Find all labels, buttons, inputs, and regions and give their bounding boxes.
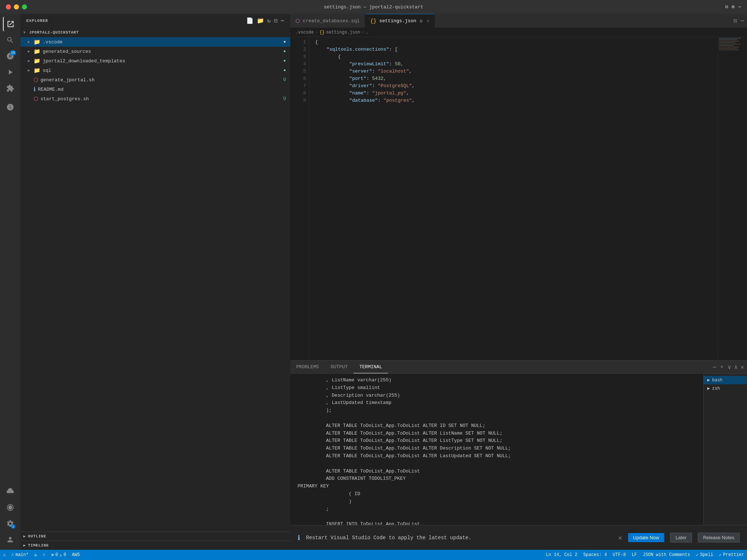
- activity-git[interactable]: [3, 500, 18, 515]
- layout-icon[interactable]: ⊞: [732, 4, 735, 10]
- more-icon[interactable]: ⋯: [738, 4, 741, 10]
- terminal-split-icon[interactable]: ∨: [728, 363, 731, 371]
- sidebar-item-generated-sources[interactable]: ▶ 📁 generated_sources ●: [20, 47, 290, 56]
- activity-run[interactable]: [3, 65, 18, 79]
- activity-aws[interactable]: [3, 484, 18, 499]
- file-icon-readme: ℹ: [34, 86, 36, 93]
- tab-create-databases[interactable]: ⬡ create_databases.sql: [290, 14, 365, 28]
- code-line-6: "port": 5432,: [315, 75, 718, 82]
- terminal-close-icon[interactable]: ✕: [740, 363, 744, 371]
- notification-close-button[interactable]: ✕: [618, 534, 622, 542]
- sql-label: sql: [43, 68, 283, 73]
- split-editor-icon[interactable]: ⊟: [725, 4, 728, 10]
- tab-problems[interactable]: PROBLEMS: [290, 361, 325, 373]
- status-prettier[interactable]: ✓ Prettier: [716, 550, 747, 560]
- term-line-4: , LastUpdated timestamp: [295, 399, 699, 407]
- refresh-icon[interactable]: ↻: [267, 17, 271, 24]
- breadcrumb-settings[interactable]: settings.json: [326, 30, 360, 35]
- breadcrumb-vscode[interactable]: .vscode: [295, 30, 314, 35]
- warning-icon: ⚠: [59, 552, 62, 558]
- tab-bar: ⬡ create_databases.sql {} settings.json …: [290, 14, 747, 28]
- status-git-actions[interactable]: ⑃: [40, 550, 48, 560]
- svg-rect-4: [719, 44, 741, 44]
- sidebar-item-vscode[interactable]: ▶ 📁 .vscode ●: [20, 37, 290, 47]
- maximize-button[interactable]: [22, 4, 27, 9]
- status-errors[interactable]: ⊗ 0 ⚠ 0: [48, 550, 69, 560]
- activity-extensions[interactable]: [3, 81, 18, 96]
- project-root[interactable]: ▼ JPORTAL2-QUICKSTART: [20, 28, 290, 37]
- sidebar-title: Explorer: [26, 19, 48, 23]
- sidebar-item-readme[interactable]: ▶ ℹ README.md: [20, 85, 290, 94]
- status-spell[interactable]: ✓ Spell: [693, 550, 716, 560]
- jportal2-status: ●: [283, 58, 286, 63]
- tab-output[interactable]: OUTPUT: [325, 361, 353, 373]
- shell-bash[interactable]: ▶ bash: [704, 376, 747, 384]
- sidebar-item-start-postgres[interactable]: ▶ ⬡ start_postgres.sh U: [20, 94, 290, 104]
- status-spaces[interactable]: Spaces: 4: [580, 550, 610, 560]
- more-actions-icon[interactable]: ⋯: [740, 17, 744, 24]
- sidebar-item-sql[interactable]: ▶ 📁 sql ●: [20, 66, 290, 75]
- update-now-button[interactable]: Update Now: [628, 533, 665, 542]
- tab-icon-json: {}: [370, 18, 376, 24]
- status-language[interactable]: JSON with Comments: [640, 550, 693, 560]
- terminal-shell-list: ▶ bash ▶ zsh: [703, 374, 747, 550]
- terminal-tabs-right: ⋯ ＋ ∨ ∧ ✕: [709, 361, 747, 373]
- split-editor-right-icon[interactable]: ⊟: [734, 17, 737, 24]
- status-sync[interactable]: ↻: [31, 550, 40, 560]
- activity-explorer[interactable]: [3, 17, 18, 31]
- code-editor[interactable]: { "sqltools.connections": [ { "previewLi…: [309, 37, 718, 360]
- line-numbers: 1 2 3 4 5 6 7 8 9: [290, 37, 309, 360]
- close-button[interactable]: [6, 4, 11, 9]
- breadcrumb-ellipsis[interactable]: …: [366, 30, 368, 35]
- minimize-button[interactable]: [14, 4, 19, 9]
- collapse-all-icon[interactable]: ⊟: [274, 17, 278, 24]
- new-folder-icon[interactable]: 📁: [257, 17, 264, 24]
- sql-status: ●: [283, 68, 286, 73]
- activity-bottom: 1: [3, 484, 18, 550]
- tab-terminal[interactable]: TERMINAL: [353, 361, 388, 373]
- activity-settings[interactable]: 1: [3, 516, 18, 531]
- activity-remote[interactable]: [3, 100, 18, 114]
- titlebar-buttons: [6, 4, 27, 9]
- breadcrumb-sep1: ›: [315, 30, 318, 35]
- outline-section[interactable]: ▶ OUTLINE: [20, 532, 290, 541]
- generated-arrow: ▶: [28, 49, 34, 54]
- sidebar-item-jportal2[interactable]: ▶ 📁 jportal2_downloaded_templates ●: [20, 56, 290, 66]
- status-remote[interactable]: ⌂: [0, 550, 8, 560]
- status-position[interactable]: Ln 14, Col 2: [543, 550, 580, 560]
- term-line-15: PRIMARY KEY: [295, 483, 699, 490]
- later-button[interactable]: Later: [670, 533, 692, 542]
- status-eol[interactable]: LF: [629, 550, 640, 560]
- terminal-maximize-icon[interactable]: ∧: [734, 363, 738, 371]
- line-num-3: 3: [293, 53, 306, 61]
- code-line-9: "database": "postgres",: [315, 97, 718, 104]
- vscode-label: .vscode: [43, 39, 283, 45]
- prettier-label: Prettier: [723, 552, 744, 557]
- prettier-icon: ✓: [719, 552, 721, 558]
- activity-source-control[interactable]: 16: [3, 49, 18, 63]
- more-options-icon[interactable]: ⋯: [280, 17, 285, 24]
- remote-icon: ⌂: [3, 552, 5, 557]
- sidebar-item-generate[interactable]: ▶ ⬡ generate_jportal.sh U: [20, 75, 290, 85]
- status-branch[interactable]: ⑃ main*: [8, 550, 31, 560]
- release-notes-button[interactable]: Release Notes: [698, 533, 740, 542]
- status-encoding[interactable]: UTF-8: [610, 550, 629, 560]
- svg-rect-8: [719, 50, 739, 50]
- term-line-3: , Description varchar(255): [295, 392, 699, 400]
- new-file-icon[interactable]: 📄: [246, 17, 254, 24]
- tab-settings-json[interactable]: {} settings.json U ✕: [365, 14, 435, 28]
- code-line-7: "driver": "PostgreSQL",: [315, 82, 718, 90]
- shell-zsh[interactable]: ▶ zsh: [704, 384, 747, 393]
- code-line-8: "name": "jportal_pg",: [315, 90, 718, 97]
- activity-account[interactable]: [3, 532, 18, 547]
- activity-search[interactable]: [3, 33, 18, 47]
- terminal-add-icon[interactable]: ＋: [719, 363, 725, 371]
- terminal-more-icon[interactable]: ⋯: [712, 363, 716, 371]
- notification-message: Restart Visual Studio Code to apply the …: [306, 535, 612, 541]
- status-aws[interactable]: AWS: [69, 550, 83, 560]
- timeline-section[interactable]: ▶ TIMELINE: [20, 541, 290, 550]
- terminal-output[interactable]: , ListName varchar(255) , ListType small…: [290, 374, 703, 550]
- editor-content: 1 2 3 4 5 6 7 8 9 { "sqltools.connection…: [290, 37, 747, 360]
- tab-close-settings[interactable]: ✕: [427, 18, 429, 24]
- start-status: U: [283, 96, 286, 101]
